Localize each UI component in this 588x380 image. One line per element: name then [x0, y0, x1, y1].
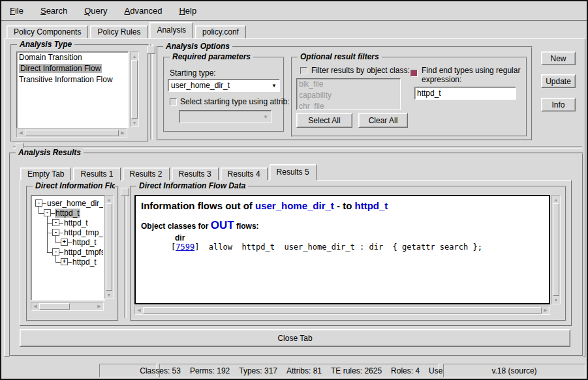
scroll-down-icon[interactable]: ▼ [131, 119, 138, 126]
scroll-right-icon[interactable]: ▶ [119, 129, 127, 137]
tree-node-label[interactable]: user_home_dir_t [46, 199, 103, 208]
flow-tree[interactable]: - user_home_dir_t - httpd_t - httpd_t - … [31, 195, 105, 300]
flow-data-hscrollbar[interactable]: ◀ ▶ [134, 306, 550, 315]
tree-expander-icon[interactable]: - [52, 229, 59, 236]
tree-node-label[interactable]: httpd_t [63, 218, 89, 227]
scroll-right-icon[interactable]: ▶ [95, 302, 103, 310]
flow-tree-hscrollbar[interactable]: ◀ ▶ [31, 302, 104, 311]
tab-policy-conf[interactable]: policy.conf [195, 25, 246, 38]
regex-checkbox[interactable] [410, 70, 418, 77]
scroll-left-icon[interactable]: ◀ [135, 306, 143, 314]
menu-file[interactable]: File [10, 6, 23, 16]
analysis-type-listbox[interactable]: Domain Transition Direct Information Flo… [16, 51, 129, 128]
object-class-name: dir [175, 233, 544, 242]
required-parameters-group: Required parameters Starting type: user_… [163, 57, 285, 132]
tab-results-1[interactable]: Results 1 [73, 168, 120, 181]
vertical-sash[interactable] [150, 44, 153, 139]
scroll-down-icon[interactable]: ▼ [105, 291, 113, 299]
tab-policy-rules[interactable]: Policy Rules [90, 25, 147, 38]
tree-node-label-selected[interactable]: httpd_t [55, 209, 80, 218]
flow-data-vscrollbar[interactable]: ▲ ▼ [551, 195, 561, 304]
scroll-up-icon[interactable]: ▲ [105, 196, 113, 203]
tree-expander-icon[interactable]: + [61, 258, 68, 265]
scroll-thumb[interactable] [131, 60, 138, 119]
menu-help[interactable]: Help [179, 6, 196, 16]
list-item-disabled: capability [297, 90, 400, 101]
tab-empty[interactable]: Empty Tab [20, 168, 71, 181]
tree-node-label[interactable]: httpd_t [72, 257, 97, 267]
scroll-track[interactable] [70, 302, 95, 310]
scroll-thumb[interactable] [39, 303, 70, 310]
flow-data-textarea[interactable]: Information flows out of user_home_dir_t… [134, 195, 550, 304]
analysis-type-title: Analysis Type [17, 40, 74, 49]
policy-version: v.18 (source) [491, 366, 536, 375]
scroll-thumb[interactable] [106, 203, 112, 291]
tree-expander-icon[interactable]: - [35, 199, 42, 207]
flow-data-title: Direct Information Flow Data [136, 181, 248, 190]
starting-type-combobox[interactable]: user_home_dir_t ▼ [168, 79, 280, 92]
tab-results-4[interactable]: Results 4 [221, 168, 268, 181]
tree-node-label[interactable]: httpd_tmp_t [63, 228, 103, 237]
rule-number-link[interactable]: 7599 [176, 242, 194, 252]
scroll-left-icon[interactable]: ◀ [17, 129, 25, 137]
scroll-thumb[interactable] [553, 203, 559, 296]
results-vertical-sash[interactable] [124, 188, 127, 318]
list-item[interactable]: Domain Transition [17, 52, 128, 63]
tree-expander-icon[interactable]: + [61, 239, 68, 246]
tab-results-2[interactable]: Results 2 [123, 168, 170, 181]
analysis-type-vscrollbar[interactable]: ▲ ▼ [130, 51, 139, 127]
stat-perms: Perms: 192 [190, 366, 230, 375]
analysis-type-group: Analysis Type Domain Transition Direct I… [10, 44, 149, 142]
new-button[interactable]: New [541, 51, 576, 65]
results-vertical-sash-handle[interactable] [121, 188, 129, 196]
scroll-down-icon[interactable]: ▼ [552, 296, 560, 304]
source-type: user_home_dir_t [255, 200, 334, 211]
tree-expander-icon[interactable]: - [52, 248, 59, 256]
starting-type-value: user_home_dir_t [168, 81, 269, 90]
tab-policy-components[interactable]: Policy Components [7, 25, 88, 38]
dropdown-arrow-icon[interactable]: ▼ [269, 83, 279, 89]
horizontal-sash[interactable] [13, 146, 582, 149]
close-tab-button[interactable]: Close Tab [20, 329, 570, 347]
scroll-thumb[interactable] [143, 307, 542, 314]
flow-classes-line: Object classes for OUT flows: [141, 219, 544, 232]
tree-canvas: - user_home_dir_t - httpd_t - httpd_t - … [33, 197, 103, 299]
clear-all-button[interactable]: Clear All [358, 113, 408, 128]
info-button[interactable]: Info [541, 98, 576, 111]
attrib-checkbox[interactable] [170, 98, 177, 106]
scroll-right-icon[interactable]: ▶ [542, 306, 549, 314]
out-direction: OUT [211, 219, 234, 231]
stat-te-rules: TE rules: 2625 [331, 366, 382, 375]
scroll-thumb[interactable] [25, 130, 119, 136]
list-item[interactable]: Transitive Information Flow [17, 74, 128, 85]
tree-node-label[interactable]: httpd_tmpfs_t [63, 248, 103, 257]
class-filter-checkbox[interactable] [300, 67, 307, 74]
analysis-type-hscrollbar[interactable]: ◀ ▶ [16, 128, 127, 138]
tree-expander-icon[interactable]: - [52, 219, 59, 226]
tab-analysis[interactable]: Analysis [149, 22, 193, 38]
scroll-up-icon[interactable]: ▲ [131, 52, 138, 60]
stat-attribs: Attribs: 81 [286, 366, 322, 375]
dropdown-arrow-icon: ▼ [260, 114, 271, 120]
tree-node-label[interactable]: httpd_t [72, 238, 97, 247]
stat-roles: Roles: 4 [391, 366, 420, 375]
tab-results-5[interactable]: Results 5 [270, 164, 317, 181]
analysis-results-group: Analysis Results Empty Tab Results 1 Res… [9, 153, 583, 357]
scroll-left-icon[interactable]: ◀ [31, 302, 39, 310]
flow-tree-vscrollbar[interactable]: ▲ ▼ [104, 195, 114, 299]
regex-input[interactable] [414, 87, 516, 100]
list-item-selected[interactable]: Direct Information Flow [17, 63, 128, 74]
optional-filters-title: Optional result filters [298, 52, 382, 61]
update-button[interactable]: Update [541, 74, 576, 88]
regex-label: Find end types using regular expression: [422, 66, 527, 84]
menu-query[interactable]: Query [84, 6, 107, 16]
stat-classes: Classes: 53 [140, 366, 181, 375]
menu-advanced[interactable]: Advanced [125, 6, 162, 16]
tab-results-3[interactable]: Results 3 [172, 168, 219, 181]
tree-expander-icon[interactable]: - [44, 209, 51, 216]
select-all-button[interactable]: Select All [296, 113, 352, 128]
menu-search[interactable]: Search [40, 6, 67, 16]
scroll-up-icon[interactable]: ▲ [552, 196, 560, 203]
list-item-disabled: chr_file [297, 101, 400, 110]
vertical-sash-handle[interactable] [147, 46, 155, 54]
